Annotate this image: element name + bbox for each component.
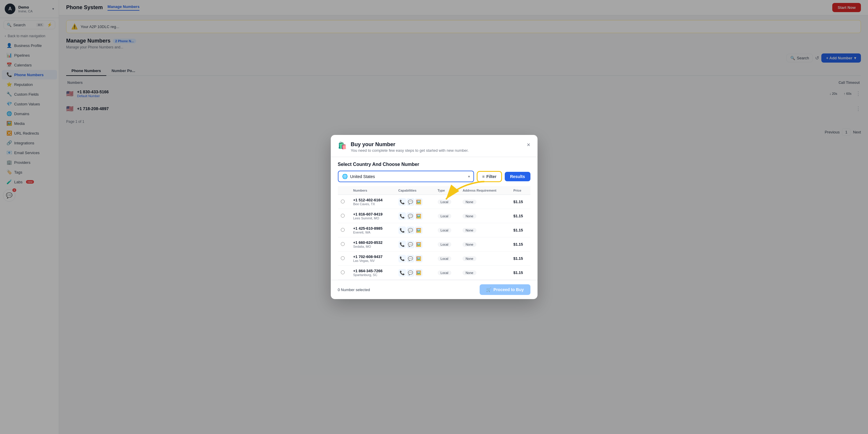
- phone-number: +1 425-610-8985: [353, 226, 393, 230]
- modal-close-button[interactable]: ×: [527, 142, 530, 148]
- modal-footer: 0 Number selected 🛒 Proceed to Buy: [331, 280, 537, 299]
- phone-number: +1 660-620-8532: [353, 240, 393, 245]
- table-row: +1 702-608-9437Las Vegas, NV📞💬🖼️LocalNon…: [338, 252, 530, 266]
- table-row: +1 425-610-8985Everett, WA📞💬🖼️LocalNone$…: [338, 223, 530, 237]
- filter-icon: ≡: [482, 174, 485, 179]
- col-numbers: Numbers: [350, 186, 396, 195]
- col-address: Address Requirement: [460, 186, 510, 195]
- type-cell: Local: [435, 252, 460, 266]
- type-cell: Local: [435, 209, 460, 223]
- price-value: $1.15: [513, 228, 523, 232]
- mms-capability-icon: 🖼️: [415, 226, 423, 234]
- proceed-label: Proceed to Buy: [494, 287, 524, 292]
- address-badge: None: [463, 271, 476, 275]
- modal-table-wrap: Numbers Capabilities Type Address Requir…: [331, 186, 537, 280]
- phone-number: +1 864-345-7266: [353, 269, 393, 273]
- buy-number-modal: 🛍️ Buy your Number You need to complete …: [331, 135, 537, 299]
- mms-capability-icon: 🖼️: [415, 255, 423, 262]
- type-cell: Local: [435, 223, 460, 237]
- phone-capability-icon: 📞: [398, 269, 406, 277]
- sms-capability-icon: 💬: [407, 269, 414, 277]
- phone-capability-icon: 📞: [398, 255, 406, 262]
- phone-city: Everett, WA: [353, 230, 393, 234]
- number-radio[interactable]: [341, 228, 345, 232]
- mms-capability-icon: 🖼️: [415, 212, 423, 220]
- col-capabilities: Capabilities: [396, 186, 435, 195]
- phone-capability-icon: 📞: [398, 226, 406, 234]
- number-radio[interactable]: [341, 271, 345, 274]
- proceed-to-buy-button[interactable]: 🛒 Proceed to Buy: [479, 284, 530, 295]
- filter-row: 🌐 United States ▾ ≡ Filter Results: [331, 170, 537, 186]
- address-cell: None: [460, 252, 510, 266]
- address-cell: None: [460, 209, 510, 223]
- address-badge: None: [463, 242, 476, 247]
- table-row: +1 864-345-7266Spartanburg, SC📞💬🖼️LocalN…: [338, 266, 530, 280]
- number-radio[interactable]: [341, 214, 345, 218]
- price-cell: $1.15: [510, 252, 530, 266]
- col-price: Price: [510, 186, 530, 195]
- sms-capability-icon: 💬: [407, 212, 414, 220]
- filter-label: Filter: [487, 174, 496, 179]
- address-cell: None: [460, 195, 510, 209]
- price-cell: $1.15: [510, 237, 530, 252]
- shopping-bag-icon: 🛍️: [338, 142, 347, 150]
- address-badge: None: [463, 256, 476, 261]
- price-value: $1.15: [513, 271, 523, 275]
- filter-button[interactable]: ≡ Filter: [477, 171, 502, 182]
- phone-number: +1 512-402-6164: [353, 198, 393, 202]
- phone-city: Las Vegas, NV: [353, 259, 393, 262]
- phone-number: +1 702-608-9437: [353, 254, 393, 259]
- sms-capability-icon: 💬: [407, 255, 414, 262]
- col-type: Type: [435, 186, 460, 195]
- address-cell: None: [460, 266, 510, 280]
- phone-capability-icon: 📞: [398, 212, 406, 220]
- table-row: +1 512-402-6164Bee Caves, TX📞💬🖼️LocalNon…: [338, 195, 530, 209]
- capabilities-cell: 📞💬🖼️: [396, 266, 435, 280]
- sms-capability-icon: 💬: [407, 241, 414, 248]
- capabilities-cell: 📞💬🖼️: [396, 209, 435, 223]
- type-badge: Local: [438, 214, 451, 218]
- table-row: +1 660-620-8532Sedalia, MO📞💬🖼️LocalNone$…: [338, 237, 530, 252]
- type-badge: Local: [438, 242, 451, 247]
- price-value: $1.15: [513, 242, 523, 247]
- capabilities-cell: 📞💬🖼️: [396, 195, 435, 209]
- price-cell: $1.15: [510, 223, 530, 237]
- phone-city: Sedalia, MO: [353, 245, 393, 248]
- capabilities-cell: 📞💬🖼️: [396, 237, 435, 252]
- modal-title: Buy your Number: [351, 142, 469, 148]
- results-button[interactable]: Results: [505, 172, 530, 181]
- type-cell: Local: [435, 266, 460, 280]
- table-row: +1 816-607-9419Lees Summit, MO📞💬🖼️LocalN…: [338, 209, 530, 223]
- phone-number: +1 816-607-9419: [353, 212, 393, 216]
- sms-capability-icon: 💬: [407, 198, 414, 206]
- type-badge: Local: [438, 228, 451, 232]
- country-select[interactable]: 🌐 United States ▾: [338, 170, 474, 182]
- type-cell: Local: [435, 237, 460, 252]
- type-badge: Local: [438, 199, 451, 204]
- address-cell: None: [460, 223, 510, 237]
- price-value: $1.15: [513, 214, 523, 218]
- number-radio[interactable]: [341, 199, 345, 204]
- number-radio[interactable]: [341, 256, 345, 260]
- type-cell: Local: [435, 195, 460, 209]
- mms-capability-icon: 🖼️: [415, 269, 423, 277]
- mms-capability-icon: 🖼️: [415, 241, 423, 248]
- sms-capability-icon: 💬: [407, 226, 414, 234]
- modal-header: 🛍️ Buy your Number You need to complete …: [331, 135, 537, 157]
- cart-icon: 🛒: [486, 287, 491, 292]
- phone-capability-icon: 📞: [398, 241, 406, 248]
- modal-section-title: Select Country And Choose Number: [331, 157, 537, 170]
- address-badge: None: [463, 214, 476, 218]
- selected-count: 0 Number selected: [338, 287, 370, 292]
- price-cell: $1.15: [510, 266, 530, 280]
- numbers-table: Numbers Capabilities Type Address Requir…: [338, 186, 530, 280]
- address-badge: None: [463, 228, 476, 232]
- type-badge: Local: [438, 271, 451, 275]
- number-radio[interactable]: [341, 242, 345, 246]
- address-cell: None: [460, 237, 510, 252]
- dropdown-arrow-icon: ▾: [468, 175, 470, 179]
- modal-subtitle: You need to complete few easy steps to g…: [351, 148, 469, 153]
- address-badge: None: [463, 199, 476, 204]
- price-cell: $1.15: [510, 195, 530, 209]
- mms-capability-icon: 🖼️: [415, 198, 423, 206]
